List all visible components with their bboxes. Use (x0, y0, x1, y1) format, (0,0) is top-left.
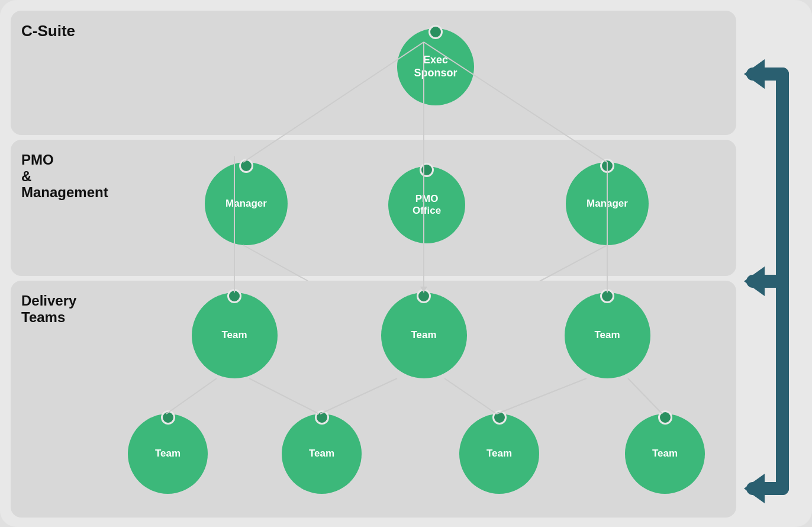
bracket-arrows-svg (741, 27, 800, 512)
node-team3: Team (563, 293, 652, 378)
csuite-content: ExecSponsor (113, 17, 730, 129)
node-exec: ExecSponsor (391, 28, 480, 105)
team7-label: Team (652, 448, 678, 459)
node-team4: Team (125, 414, 211, 494)
lane-pmo: PMO&Management Manager PMOOffice (11, 140, 736, 276)
node-manager2: Manager (563, 162, 652, 245)
manager2-circle: Manager (566, 162, 649, 245)
diagram-area: C-Suite ExecSponsor PMO&Management Manag… (11, 11, 736, 516)
manager1-circle: Manager (205, 162, 288, 245)
delivery-label: DeliveryTeams (21, 287, 113, 325)
node-pmo-office: PMOOffice (385, 166, 468, 243)
team3-label: Team (594, 329, 620, 341)
team5-circle: Team (282, 414, 362, 494)
node-team7: Team (622, 414, 708, 494)
pmo-office-label: PMOOffice (413, 193, 441, 217)
pmo-content: Manager PMOOffice Manager (113, 146, 730, 270)
arrows-panel (739, 11, 801, 516)
svg-marker-20 (744, 474, 765, 503)
team7-circle: Team (625, 414, 705, 494)
svg-line-11 (497, 378, 587, 414)
team2-label: Team (411, 329, 436, 341)
team2-circle: Team (381, 293, 467, 378)
svg-line-10 (249, 378, 319, 414)
team4-label: Team (155, 448, 181, 459)
node-team1: Team (190, 293, 279, 378)
svg-marker-18 (744, 59, 765, 89)
svg-line-9 (166, 378, 217, 414)
team1-label: Team (221, 329, 247, 341)
manager1-label: Manager (225, 198, 267, 210)
lane-delivery: DeliveryTeams Team Team Team (11, 281, 736, 518)
pmo-label: PMO&Management (21, 146, 113, 201)
team6-label: Team (486, 448, 512, 459)
svg-line-13 (320, 378, 397, 414)
svg-line-12 (628, 378, 662, 414)
node-team2: Team (379, 293, 468, 378)
team1-circle: Team (192, 293, 278, 378)
svg-line-14 (444, 378, 497, 414)
node-manager1: Manager (202, 162, 291, 245)
node-team6: Team (456, 414, 542, 494)
manager2-label: Manager (587, 198, 628, 210)
pmo-office-circle: PMOOffice (388, 166, 465, 243)
lane-csuite: C-Suite ExecSponsor (11, 11, 736, 135)
outer-container: C-Suite ExecSponsor PMO&Management Manag… (0, 0, 812, 527)
exec-label: ExecSponsor (414, 54, 457, 79)
csuite-label: C-Suite (21, 17, 113, 40)
team4-circle: Team (128, 414, 208, 494)
team3-circle: Team (565, 293, 650, 378)
node-team5: Team (279, 414, 365, 494)
exec-circle: ExecSponsor (397, 28, 474, 105)
team6-circle: Team (459, 414, 539, 494)
team5-label: Team (309, 448, 334, 459)
delivery-content: Team Team Team Te (113, 287, 730, 512)
